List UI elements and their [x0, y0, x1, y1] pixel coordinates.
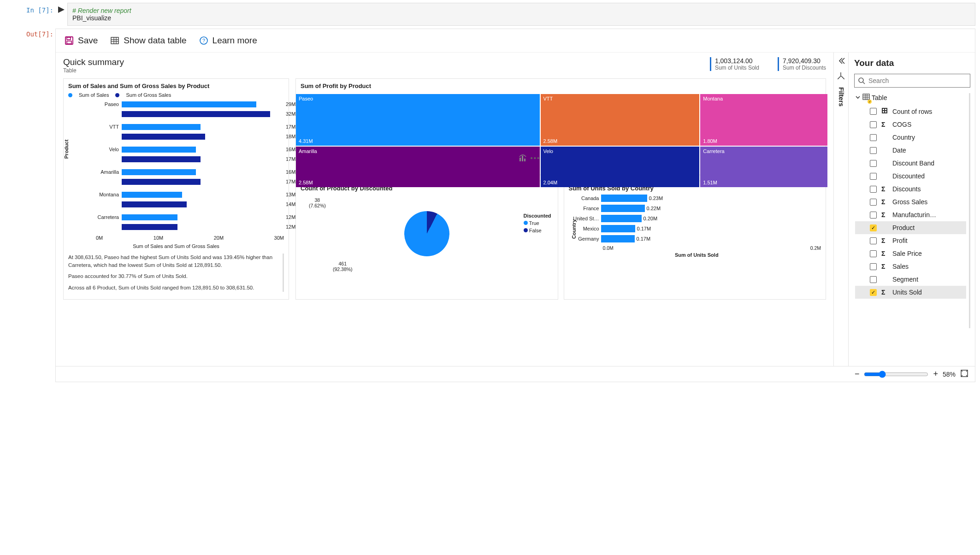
field-item[interactable]: ΣSales [855, 260, 966, 273]
field-item[interactable]: Discounted [855, 170, 966, 183]
svg-rect-21 [883, 109, 884, 110]
code-input[interactable]: # Render new report PBI_visualize [67, 3, 975, 26]
treemap-tile[interactable]: Velo2.04M [541, 147, 700, 187]
field-label: Discounts [892, 185, 921, 193]
pie-plot: 38(7.62%) 461(92.38%) Discounted [301, 195, 553, 273]
save-label: Save [78, 35, 98, 46]
field-checkbox[interactable] [870, 212, 877, 218]
field-item[interactable]: ΣDiscounts [855, 183, 966, 195]
zoom-slider[interactable] [864, 371, 928, 378]
country-bar[interactable] [601, 195, 647, 202]
field-checkbox[interactable] [870, 121, 877, 128]
field-checkbox[interactable] [870, 173, 877, 180]
field-item[interactable]: ΣUnits Sold [855, 286, 966, 299]
summary-header: Quick summary Table 1,003,124.00 Sum of … [63, 57, 826, 74]
country-value: 0.17M [637, 236, 651, 242]
field-item[interactable]: ΣSale Price [855, 247, 966, 260]
more-options-icon[interactable]: ••• [531, 154, 541, 164]
field-label: Discounted [892, 172, 925, 180]
pie-slice-b-label: 461(92.38%) [333, 261, 353, 272]
show-data-table-button[interactable]: Show data table [110, 35, 186, 46]
country-bar-card[interactable]: Sum of Units Sold by Country Country Can… [564, 181, 827, 300]
sigma-icon: Σ [881, 121, 888, 128]
input-cell: In [7]: # Render new report PBI_visualiz… [0, 0, 980, 29]
field-checkbox[interactable] [870, 186, 877, 193]
zoom-out-button[interactable]: − [855, 369, 860, 379]
bar-group: VTT17M18M [96, 122, 284, 141]
field-item[interactable]: ΣCOGS [855, 118, 966, 131]
bar-cat-label: Carretera [96, 214, 119, 220]
fit-page-icon[interactable] [960, 369, 968, 379]
treemap-tile[interactable]: Carretera1.51M [700, 147, 827, 187]
country-bar[interactable] [601, 215, 642, 222]
legend-dot-sales [68, 93, 72, 97]
summary-title: Quick summary [63, 57, 124, 67]
field-checkbox[interactable] [870, 237, 877, 244]
field-checkbox[interactable] [870, 134, 877, 141]
collapse-icon[interactable] [838, 57, 845, 66]
bar-chart-card[interactable]: Sum of Sales and Sum of Gross Sales by P… [63, 78, 289, 300]
run-cell-icon[interactable] [55, 3, 67, 14]
zoom-in-button[interactable]: + [933, 369, 938, 379]
field-item[interactable]: Product [855, 221, 966, 234]
field-checkbox[interactable] [870, 276, 877, 283]
field-item[interactable]: Country [855, 131, 966, 144]
field-item[interactable]: Discount Band [855, 157, 966, 170]
field-checkbox[interactable] [870, 199, 877, 206]
kpi-label: Sum of Discounts [783, 65, 826, 71]
treemap-card[interactable]: Sum of Profit by Product Paseo4.31MVTT2.… [295, 78, 826, 175]
treemap-tile[interactable]: Amarilla2.58M [296, 147, 540, 187]
country-bar[interactable] [601, 235, 635, 242]
filters-pane-collapsed[interactable]: Filters [833, 53, 848, 366]
country-value: 0.22M [647, 206, 661, 211]
show-table-label: Show data table [124, 35, 186, 46]
country-bar-row: Germany0.17M [573, 235, 821, 242]
country-bar-row: United St…0.20M [573, 215, 821, 222]
field-checkbox[interactable] [870, 108, 877, 115]
field-label: Sales [892, 263, 909, 270]
field-checkbox[interactable] [870, 160, 877, 167]
kpi-row: 1,003,124.00 Sum of Units Sold 7,920,409… [710, 57, 826, 71]
field-item[interactable]: ΣManufacturin… [855, 208, 966, 221]
save-button[interactable]: Save [64, 35, 98, 46]
table-node[interactable]: ✓ Table [855, 93, 966, 102]
tile-name: Velo [543, 148, 697, 154]
sigma-icon: Σ [881, 263, 888, 270]
tile-value: 1.80M [703, 138, 717, 144]
field-label: Product [892, 224, 915, 231]
bar-group: Montana13M14M [96, 190, 284, 209]
filters-label: Filters [838, 87, 845, 106]
zoom-value: 58% [943, 371, 956, 378]
code-comment: # Render new report [72, 7, 131, 14]
chart-suggest-icon[interactable] [519, 154, 527, 164]
treemap-tile[interactable]: Paseo4.31M [296, 94, 540, 146]
tile-name: VTT [543, 96, 697, 101]
filter-pane-icon[interactable] [838, 72, 844, 81]
treemap-tile[interactable]: Montana1.80M [700, 94, 827, 146]
search-icon [858, 77, 865, 86]
field-item[interactable]: Segment [855, 273, 966, 286]
learn-more-label: Learn more [213, 35, 257, 46]
learn-more-button[interactable]: ? Learn more [199, 35, 257, 46]
country-bar[interactable] [601, 205, 645, 212]
field-item[interactable]: ΣProfit [855, 234, 966, 247]
count-icon [881, 107, 888, 115]
field-item[interactable]: Date [855, 144, 966, 157]
country-bar[interactable] [601, 225, 635, 232]
field-checkbox[interactable] [870, 250, 877, 257]
field-item[interactable]: Count of rows [855, 105, 966, 118]
visual-action-bar: ••• [519, 154, 541, 164]
country-plot: Country Canada0.23MFrance0.22MUnited St…… [569, 195, 821, 258]
bar-group: Velo16M17M [96, 145, 284, 164]
field-checkbox[interactable] [870, 263, 877, 270]
search-wrap [854, 74, 970, 88]
field-checkbox[interactable] [870, 289, 877, 296]
pie-card[interactable]: Count of Product by Discounted 38(7.62%)… [295, 181, 558, 300]
country-label: Canada [573, 195, 601, 201]
field-item[interactable]: ΣGross Sales [855, 195, 966, 208]
field-checkbox[interactable] [870, 147, 877, 154]
treemap-tile[interactable]: VTT2.58M [541, 94, 700, 146]
field-label: Date [892, 147, 906, 154]
search-input[interactable] [854, 74, 970, 88]
field-checkbox[interactable] [870, 224, 877, 231]
